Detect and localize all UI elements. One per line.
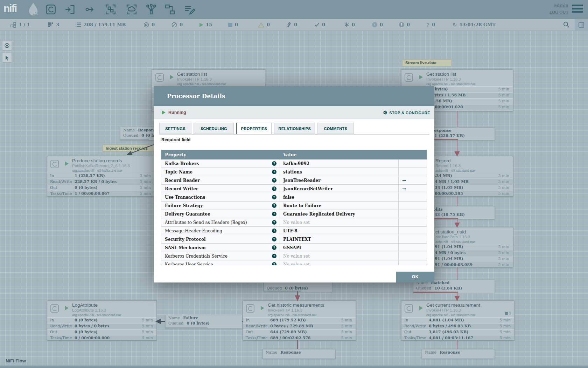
run-state-label: Running: [168, 106, 186, 119]
property-row[interactable]: Kafka Brokers?kafka:9092: [161, 159, 427, 168]
invalid-count: 0: [258, 19, 270, 30]
remote-process-group-tool-icon[interactable]: [126, 4, 138, 16]
stale-icon: ↑: [372, 22, 377, 27]
required-field-note: Required field: [161, 137, 190, 142]
dialog-title: Processor Details: [167, 86, 225, 106]
label-tool-icon[interactable]: [183, 4, 196, 16]
help-icon[interactable]: ?: [272, 212, 276, 216]
help-icon[interactable]: ?: [272, 195, 276, 199]
sync-failure-icon: ?: [426, 22, 429, 28]
connection-label-response-bottom-center[interactable]: NameResponse: [262, 349, 336, 359]
help-icon[interactable]: ?: [272, 245, 276, 250]
property-row[interactable]: Attributes to Send as Headers (Regex)?No…: [161, 218, 427, 227]
output-port-tool-icon[interactable]: [84, 4, 97, 16]
property-row[interactable]: Use Transactions?false: [161, 193, 427, 202]
nifi-app: nifi admin LOG OUT 1 / 1 3 208 / 159.11 …: [0, 0, 588, 368]
navigate-palette-button[interactable]: [2, 41, 12, 50]
goto-service-icon[interactable]: →: [402, 185, 406, 193]
gear-icon: ⚙: [383, 110, 387, 115]
stop-and-configure-button[interactable]: ⚙STOP & CONFIGURE: [383, 106, 430, 120]
property-row[interactable]: Kerberos User Service?No value set: [161, 260, 427, 265]
breadcrumb[interactable]: NiFi Flow: [6, 358, 26, 363]
app-header: nifi admin LOG OUT: [0, 0, 588, 19]
property-row[interactable]: Kerberos Credentials Service?No value se…: [161, 252, 427, 260]
help-icon[interactable]: ?: [272, 237, 276, 241]
property-row[interactable]: Topic Name?stations: [161, 168, 427, 176]
tab-relationships[interactable]: RELATIONSHIPS: [274, 123, 315, 134]
processor-get-current-measurement[interactable]: Get current measurementInvokeHTTP 1.16.3…: [401, 300, 514, 341]
operate-palette-button[interactable]: [2, 53, 12, 63]
running-count: 15: [200, 19, 212, 30]
processor-icon: [404, 304, 413, 314]
goto-service-icon[interactable]: →: [402, 176, 406, 185]
locally-modified-stale-count: !0: [399, 19, 410, 30]
user-area: admin LOG OUT: [550, 3, 568, 15]
property-row[interactable]: Failure Strategy?Route to Failure: [161, 202, 427, 210]
property-row[interactable]: Message Header Encoding?UTF-8: [161, 227, 427, 235]
help-icon[interactable]: ?: [272, 254, 276, 258]
processor-icon: [246, 304, 255, 314]
cluster-node-badge: ▦ 1: [505, 311, 511, 315]
nifi-logo: nifi: [4, 2, 16, 14]
stopped-count: 0: [228, 19, 238, 30]
tab-scheduling[interactable]: SCHEDULING: [194, 123, 234, 134]
tab-comments[interactable]: COMMENTS: [317, 123, 354, 134]
processor-icon: [50, 159, 59, 170]
global-menu-icon[interactable]: [572, 5, 583, 14]
help-icon[interactable]: ?: [272, 203, 276, 208]
tab-properties[interactable]: PROPERTIES: [236, 123, 272, 134]
help-icon[interactable]: ?: [272, 161, 276, 166]
template-tool-icon[interactable]: [164, 4, 176, 16]
help-icon[interactable]: ?: [272, 262, 276, 265]
sync-failure-count: ?0: [426, 19, 435, 30]
canvas-label-stream-live-data[interactable]: Stream live-data: [402, 59, 451, 66]
processor-tool-icon[interactable]: [45, 4, 57, 16]
properties-table-header: Property Value: [161, 150, 427, 159]
processor-icon: [404, 73, 413, 83]
transmitting-count: 0: [144, 19, 155, 30]
help-icon[interactable]: ?: [272, 170, 276, 174]
running-icon: [261, 306, 264, 310]
property-row[interactable]: Record Reader?JsonTreeReader→: [161, 176, 427, 185]
help-icon[interactable]: ?: [272, 178, 276, 183]
search-icon[interactable]: [563, 21, 570, 29]
column-property: Property: [165, 150, 186, 159]
property-row[interactable]: Delivery Guarantee?Guarantee Replicated …: [161, 210, 427, 218]
running-icon: [419, 306, 423, 310]
process-group-tool-icon[interactable]: [105, 4, 117, 16]
running-icon: [162, 110, 166, 115]
input-port-tool-icon[interactable]: [64, 4, 77, 16]
stale-count: ↑0: [372, 19, 383, 30]
tab-settings[interactable]: SETTINGS: [159, 123, 191, 134]
properties-table: Property Value Kafka Brokers?kafka:9092 …: [161, 150, 427, 265]
disabled-count: 0: [286, 19, 297, 30]
running-icon: [65, 162, 69, 166]
property-row[interactable]: SASL Mechanism?GSSAPI: [161, 244, 427, 252]
property-row[interactable]: Security Protocol?PLAINTEXT: [161, 235, 427, 244]
processor-icon: [155, 73, 164, 83]
funnel-tool-icon[interactable]: [145, 4, 158, 16]
running-icon: [200, 23, 203, 27]
nifi-drop-icon: [27, 2, 40, 18]
help-icon[interactable]: ?: [272, 220, 276, 225]
processor-get-historic-measurements[interactable]: Get historic measurementsInvokeHTTP 1.16…: [243, 300, 356, 341]
dialog-header: Processor Details: [154, 86, 434, 106]
running-icon: [419, 75, 423, 79]
processor-logattribute[interactable]: LogAttributeLogAttribute 1.16.3org.apach…: [47, 300, 157, 341]
active-threads: 3: [48, 19, 59, 30]
property-row[interactable]: Record Writer?JsonRecordSetWriter→: [161, 185, 427, 193]
help-icon[interactable]: ?: [272, 186, 276, 191]
processor-produce-station-records[interactable]: Produce station recordsPublishKafkaRecor…: [47, 156, 155, 197]
refresh-icon: ↻: [453, 22, 457, 28]
connection-label-failure[interactable]: NameFailure Queued0 (0 bytes): [165, 315, 243, 329]
cluster-status: 1 / 1: [10, 19, 30, 30]
ok-button[interactable]: OK: [396, 272, 434, 282]
panel-toggle-icon[interactable]: [575, 19, 588, 30]
not-transmitting-count: 0: [172, 19, 183, 30]
help-icon[interactable]: ?: [272, 229, 276, 233]
logout-link[interactable]: LOG OUT: [550, 10, 568, 15]
last-refresh: ↻13:01:28 GMT: [453, 19, 496, 30]
processor-details-dialog: Processor Details Running ⚙STOP & CONFIG…: [154, 86, 434, 282]
locally-modified-stale-icon: !: [399, 22, 404, 27]
connection-label-response-bottom-right[interactable]: NameResponse: [422, 349, 495, 359]
